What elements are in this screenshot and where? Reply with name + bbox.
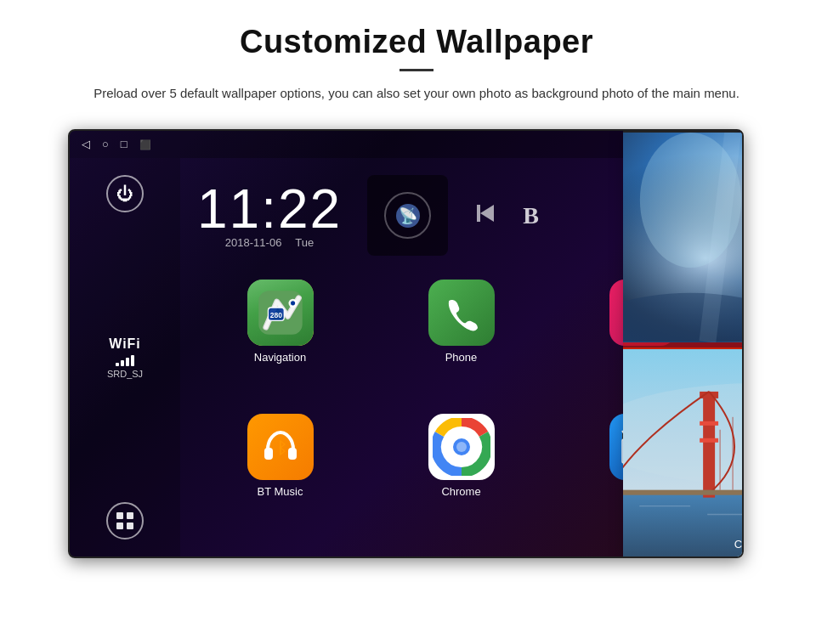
ice-cave-bg: [623, 133, 744, 342]
media-dot: 📡: [396, 204, 420, 228]
bt-music-app-label: BT Music: [258, 485, 303, 498]
wifi-label: WiFi: [109, 336, 141, 352]
wifi-bar-4: [131, 355, 134, 366]
app-item-navigation[interactable]: 280 Navigation: [197, 280, 363, 398]
page-subtitle: Preload over 5 default wallpaper options…: [76, 83, 756, 104]
svg-rect-53: [700, 438, 718, 442]
navigation-map-svg: 280: [255, 287, 306, 338]
nav-inner: 280: [247, 280, 314, 346]
phone-icon-svg: [442, 293, 481, 332]
svg-point-22: [456, 442, 467, 452]
phone-app-label: Phone: [445, 351, 478, 364]
clock-date: 2018-11-06 Tue: [225, 236, 314, 249]
clock-day-text: Tue: [295, 236, 314, 249]
wifi-bar-2: [121, 360, 124, 366]
svg-marker-4: [480, 205, 494, 222]
page-wrapper: Customized Wallpaper Preload over 5 defa…: [0, 0, 833, 644]
media-widget[interactable]: 📡: [367, 175, 448, 256]
svg-rect-17: [288, 448, 297, 460]
media-circle: 📡: [384, 192, 431, 239]
android-screen-wrapper: ◁ ○ □ ⬛ ⬧ ▾ 11:22 ⏻: [68, 129, 765, 558]
wallpaper-middle-strip: [623, 342, 744, 349]
svg-rect-0: [116, 512, 123, 519]
bridge-scene-bg: [623, 349, 744, 559]
app-item-chrome[interactable]: Chrome: [378, 414, 544, 533]
svg-rect-5: [477, 205, 480, 222]
apps-grid-button[interactable]: [106, 502, 144, 539]
ice-cave-svg: [623, 133, 744, 342]
wifi-widget: WiFi SRD_SJ: [107, 336, 143, 379]
bluetooth-label: B: [523, 202, 539, 229]
page-title: Customized Wallpaper: [51, 24, 782, 60]
wifi-bar-1: [116, 363, 119, 366]
carsetting-label: CarSetting: [734, 538, 744, 551]
prev-track-icon: [473, 201, 497, 225]
prev-track-button[interactable]: [473, 201, 497, 230]
svg-rect-2: [116, 523, 123, 529]
bridge-svg: [623, 349, 744, 559]
svg-rect-16: [264, 448, 273, 460]
svg-rect-1: [127, 512, 133, 519]
svg-point-11: [291, 301, 295, 305]
clock-date-text: 2018-11-06: [225, 236, 282, 249]
svg-rect-3: [127, 523, 133, 529]
home-icon[interactable]: ○: [102, 138, 109, 151]
power-icon: ⏻: [116, 184, 133, 204]
bt-music-app-icon: [247, 414, 314, 480]
wifi-ssid: SRD_SJ: [107, 369, 143, 379]
clock-info: 11:22 2018-11-06 Tue: [197, 182, 342, 249]
wifi-bar-3: [126, 358, 129, 366]
wallpaper-ice-cave: [623, 133, 744, 342]
phone-app-icon: [428, 280, 495, 346]
wallpaper-panels: CarSetting: [623, 131, 744, 558]
navigation-app-icon: 280: [247, 280, 314, 346]
status-left: ◁ ○ □ ⬛: [82, 138, 151, 151]
svg-rect-47: [703, 395, 715, 497]
apps-grid-icon: [116, 511, 134, 530]
app-item-phone[interactable]: Phone: [378, 280, 544, 398]
navigation-app-label: Navigation: [254, 351, 306, 364]
chrome-app-label: Chrome: [441, 485, 480, 498]
camera-icon[interactable]: ⬛: [139, 139, 151, 150]
wifi-bars: [116, 354, 134, 366]
bt-music-icon-svg: [259, 426, 302, 468]
android-screen: ◁ ○ □ ⬛ ⬧ ▾ 11:22 ⏻: [68, 129, 744, 558]
left-sidebar: ⏻ WiFi SRD_SJ: [70, 158, 180, 556]
power-button[interactable]: ⏻: [106, 175, 144, 212]
svg-rect-51: [700, 421, 718, 425]
title-divider: [400, 69, 434, 71]
svg-rect-55: [623, 489, 744, 494]
svg-text:280: 280: [269, 311, 282, 319]
app-item-bt-music[interactable]: BT Music: [197, 414, 363, 533]
carsetting-label-wrapper: CarSetting: [623, 536, 744, 551]
recent-icon[interactable]: □: [121, 138, 128, 151]
back-icon[interactable]: ◁: [82, 138, 90, 151]
chrome-app-icon: [428, 414, 495, 480]
svg-point-42: [623, 382, 744, 484]
media-wifi-icon: 📡: [399, 206, 417, 225]
header-section: Customized Wallpaper Preload over 5 defa…: [0, 0, 833, 114]
clock-time: 11:22: [197, 182, 342, 236]
chrome-icon-svg: [433, 418, 490, 476]
wallpaper-bridge: CarSetting: [623, 349, 744, 559]
